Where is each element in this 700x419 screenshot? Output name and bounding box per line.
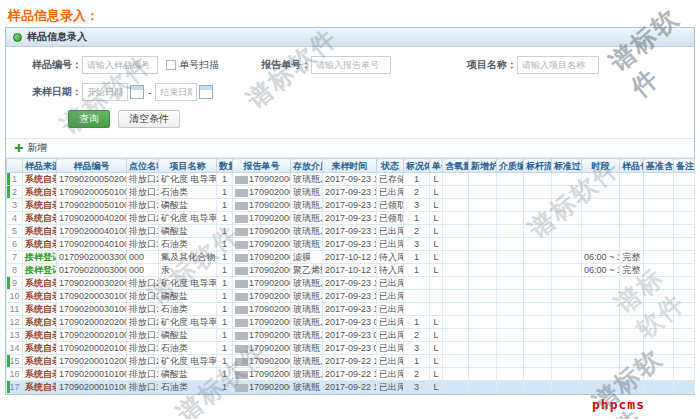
table-row[interactable]: 4系统自录170902000402001排放口2矿化度 电导率 浊度 总碱度11… <box>7 212 695 225</box>
cell <box>469 368 497 381</box>
cell: 接样登记 <box>23 251 57 264</box>
sample-source-link[interactable]: 系统自录 <box>25 317 57 327</box>
sample-no-input[interactable] <box>82 56 158 74</box>
cell: 玻璃瓶,塑盖 <box>291 290 323 303</box>
sample-source-link[interactable]: 系统自录 <box>25 239 57 249</box>
cell <box>497 290 524 303</box>
date-end-input[interactable] <box>155 83 197 101</box>
project-name-input[interactable] <box>517 56 599 74</box>
scan-checkbox[interactable] <box>166 60 176 70</box>
sample-table-body: 1系统自录170902000502001排放口2矿化度 电导率 浊度 总碱度11… <box>7 173 695 394</box>
cell: 1709020004CN <box>233 225 291 238</box>
add-button[interactable]: 新增 <box>27 141 47 155</box>
cell: 2017-09-23 14:35 <box>323 173 377 186</box>
table-row[interactable]: 1系统自录170902000502001排放口2矿化度 电导率 浊度 总碱度11… <box>7 173 695 186</box>
sample-source-link[interactable]: 系统自录 <box>25 174 57 184</box>
cell <box>582 342 620 355</box>
table-row[interactable]: 6系统自录170902000401001排放口1石油类11709020004CN… <box>7 238 695 251</box>
cell: 1709020004CN <box>233 212 291 225</box>
calendar-icon[interactable] <box>199 85 213 99</box>
cell <box>469 199 497 212</box>
cell: 1 <box>217 212 233 225</box>
sample-source-link[interactable]: 接样登记 <box>25 252 57 262</box>
table-row[interactable]: 15系统自录170902000102001排放口2矿化度 电导率 浊度 总碱度1… <box>7 355 695 368</box>
sample-source-link[interactable]: 系统自录 <box>25 382 57 392</box>
calendar-icon[interactable] <box>130 85 144 99</box>
cell <box>524 173 552 186</box>
sample-source-link[interactable]: 系统自录 <box>25 330 57 340</box>
sample-source-link[interactable]: 接样登记 <box>25 265 57 275</box>
sample-source-link[interactable]: 系统自录 <box>25 369 57 379</box>
cell <box>674 316 695 329</box>
table-row[interactable]: 10系统自录170902000301002排放口1磷酸盐11709020003C… <box>7 290 695 303</box>
cell: 矿化度 电导率 浊度 总碱度 <box>159 212 217 225</box>
table-row[interactable]: 17系统自录170902000101001排放口1石油类11709020001C… <box>7 381 695 394</box>
table-row[interactable]: 14系统自录170902000201001排放口1石油类11709020002C… <box>7 342 695 355</box>
cell <box>443 212 469 225</box>
table-row[interactable]: 13系统自录170902000201002排放口1磷酸盐11709020002C… <box>7 329 695 342</box>
column-header: 标杆流量,m3 <box>524 159 552 173</box>
cell: 3 <box>404 342 430 355</box>
table-row[interactable]: 12系统自录170902000202001排放口2矿化度 电导率 浊度 总碱度1… <box>7 316 695 329</box>
cell: 已出库 <box>377 368 404 381</box>
sample-source-link[interactable]: 系统自录 <box>25 278 57 288</box>
table-row[interactable]: 7接样登记01709020003300001000氟及其化合物117090200… <box>7 251 695 264</box>
sample-source-link[interactable]: 系统自录 <box>25 343 57 353</box>
cell: 排放口2 <box>127 277 159 290</box>
cell: 系统自录 <box>23 212 57 225</box>
sample-source-link[interactable]: 系统自录 <box>25 226 57 236</box>
table-row[interactable]: 11系统自录170902000301001排放口1石油类11709020003C… <box>7 303 695 316</box>
cell: 排放口2 <box>127 316 159 329</box>
phpcms-brand: phpcms <box>592 397 645 412</box>
sample-source-link[interactable]: 系统自录 <box>25 187 57 197</box>
table-row[interactable]: 2系统自录170902000501001排放口1石油类11709020005CN… <box>7 186 695 199</box>
report-no-input[interactable] <box>311 56 391 74</box>
cell: 1709020002CN <box>233 329 291 342</box>
query-button[interactable]: 查询 <box>68 110 110 128</box>
cell: 石油类 <box>159 303 217 316</box>
cell <box>497 277 524 290</box>
cell <box>430 303 443 316</box>
column-header: 样品编号 <box>57 159 127 173</box>
cell <box>443 368 469 381</box>
table-row[interactable]: 9系统自录170902000302001排放口2矿化度 电导率 浊度 总碱度11… <box>7 277 695 290</box>
cell <box>430 277 443 290</box>
cell: 1 <box>404 212 430 225</box>
cell: 06:00 ~ 11:59 <box>582 251 620 264</box>
cell <box>524 355 552 368</box>
cell <box>443 290 469 303</box>
table-row[interactable]: 8接样登记01709020003000001000汞11709020003CN聚… <box>7 264 695 277</box>
search-form: 样品编号： 单号扫描 报告单号： 项目名称： 来样日期： - 查询 清空条件 <box>6 47 694 138</box>
sample-source-link[interactable]: 系统自录 <box>25 213 57 223</box>
date-start-input[interactable] <box>82 83 128 101</box>
table-row[interactable]: 3系统自录170902000501002排放口1磷酸盐11709020005CN… <box>7 199 695 212</box>
cell <box>443 316 469 329</box>
cell: 系统自录 <box>23 355 57 368</box>
cell: L <box>430 368 443 381</box>
sample-date-label: 来样日期： <box>32 85 82 99</box>
clear-conditions-button[interactable]: 清空条件 <box>118 110 180 128</box>
cell <box>674 212 695 225</box>
cell <box>644 186 674 199</box>
cell: 1 <box>217 329 233 342</box>
sample-source-link[interactable]: 系统自录 <box>25 304 57 314</box>
redacted-prefix <box>235 254 248 262</box>
cell <box>674 368 695 381</box>
grid-toolbar: ✚ 新增 <box>6 138 694 158</box>
cell <box>443 199 469 212</box>
cell: 170902000101001 <box>57 381 127 394</box>
column-header: 单位 <box>430 159 443 173</box>
cell <box>582 277 620 290</box>
cell <box>620 238 644 251</box>
cell <box>497 212 524 225</box>
table-row[interactable]: 5系统自录170902000401002排放口1磷酸盐11709020004CN… <box>7 225 695 238</box>
cell: 2017-09-23 13:09 <box>323 290 377 303</box>
sample-source-link[interactable]: 系统自录 <box>25 291 57 301</box>
cell: 系统自录 <box>23 173 57 186</box>
cell: 3 <box>7 199 23 212</box>
cell: 1 <box>217 199 233 212</box>
sample-source-link[interactable]: 系统自录 <box>25 200 57 210</box>
cell: 2017-09-23 14:07 <box>323 225 377 238</box>
table-row[interactable]: 16系统自录170902000101002排放口1磷酸盐11709020001C… <box>7 368 695 381</box>
sample-source-link[interactable]: 系统自录 <box>25 356 57 366</box>
